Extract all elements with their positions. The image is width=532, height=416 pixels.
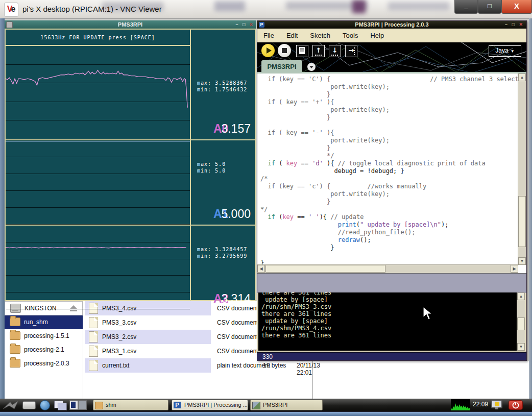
scope-window-controls[interactable]: – □ X [236, 20, 254, 29]
file-icon [89, 331, 98, 342]
titlebar-smudge [352, 0, 366, 13]
vnc-titlebar[interactable]: Ve pi's X desktop (RPICAM:1) - VNC Viewe… [0, 0, 532, 19]
app-menu-icon[interactable] [2, 400, 19, 410]
processing-window-controls[interactable]: – □ ✕ [505, 21, 524, 29]
file-type: CSV document [217, 333, 258, 340]
sidebar-item-label: run_shm [24, 319, 48, 326]
processing-titlebar[interactable]: P PMS3RPI | Processing 2.0.3 – □ ✕ [257, 21, 526, 29]
editor-hscroll-thumb[interactable] [265, 265, 385, 273]
editor-vertical-scrollbar[interactable]: ▲ ▼ [518, 74, 526, 265]
new-sketch-button[interactable] [296, 45, 308, 57]
scroll-down-arrow[interactable]: ▼ [518, 257, 526, 265]
scope-plot-a2 [6, 225, 190, 309]
sidebar-item-run_shm[interactable]: run_shm [5, 315, 83, 329]
maximize-button[interactable]: □ [478, 0, 501, 14]
scope-display: 15633Hz FOR UPDATE press [SPACE] max: 3.… [5, 29, 256, 301]
status-bar: 330 [257, 352, 526, 360]
code-text[interactable]: if (key == 'C') { // PMS3 channel 3 sele… [260, 76, 519, 267]
taskbar-task-2[interactable]: PPMS3RPI | Processing ... [172, 400, 248, 410]
scroll-right-arrow[interactable]: ▶ [511, 265, 518, 273]
desktop-left-edge [0, 18, 5, 411]
folder-icon [10, 317, 20, 326]
taskbar: shmPPMS3RPI | Processing ...PMS3RPI 22:0… [0, 399, 532, 411]
open-icon [315, 55, 322, 56]
taskbar-task-3[interactable]: PMS3RPI [250, 400, 323, 410]
workspace-2[interactable] [78, 400, 87, 410]
run-button[interactable] [261, 44, 275, 57]
channel-max-value: max: 3.3284457 min: 3.2795699 [197, 246, 247, 259]
menu-edit[interactable]: Edit [286, 32, 298, 39]
folder-icon [10, 359, 20, 368]
pde-menubar: FileEditSketchToolsHelp [257, 29, 526, 42]
sidebar-item-label: processing-2.1 [24, 346, 64, 353]
task-label: PMS3RPI [263, 402, 287, 408]
folder-icon [10, 345, 20, 354]
scope-plot-a0 [6, 46, 190, 139]
file-manager-icon[interactable] [22, 401, 36, 409]
padlock-icon [495, 402, 499, 406]
vnc-viewer-window: Ve pi's X desktop (RPICAM:1) - VNC Viewe… [0, 0, 532, 416]
monitor-stand [495, 407, 498, 409]
file-type: CSV document [217, 348, 258, 355]
open-sketch-button[interactable]: ↑ [312, 45, 325, 57]
editor-horizontal-scrollbar[interactable]: ◀ ▶ [257, 264, 518, 273]
channel-current-value: 5.000 [221, 207, 251, 221]
vnc-window-bottom-border [0, 411, 532, 416]
scope-plot-a1 [6, 139, 190, 225]
file-name: PMS3_1.csv [102, 348, 136, 355]
scope-status-text: 15633Hz FOR UPDATE press [SPACE] [6, 30, 190, 46]
web-browser-icon[interactable] [40, 400, 50, 410]
folder-icon [95, 402, 103, 409]
scope-window: PMS3RPI – □ X 15633Hz FOR UPDATE press [… [5, 20, 256, 301]
sidebar-item-label: processing-1.5.1 [24, 332, 69, 339]
workspace-1[interactable] [69, 400, 78, 410]
mouse-cursor [423, 306, 434, 322]
processing-icon: P [174, 402, 181, 408]
clock[interactable]: 22:09 [473, 401, 488, 408]
menu-sketch[interactable]: Sketch [310, 32, 330, 39]
menu-help[interactable]: Help [370, 32, 384, 39]
scroll-left-arrow[interactable]: ◀ [257, 265, 265, 273]
sidebar-item-processing-2.1[interactable]: processing-2.1 [5, 343, 83, 357]
save-sketch-button[interactable]: ↓ [329, 45, 341, 57]
titlebar-smudge [214, 1, 245, 11]
mode-selector-button[interactable]: Java▼ [489, 45, 521, 57]
sidebar-item-processing-1.5.1[interactable]: processing-1.5.1 [5, 329, 83, 343]
close-button[interactable]: X [501, 0, 532, 14]
export-sketch-button[interactable]: → [345, 45, 357, 57]
desktop-right-edge [529, 18, 532, 411]
minimize-button[interactable]: _ [454, 0, 478, 14]
console-text: there are 361 lines update by [space] /r… [261, 292, 525, 339]
menu-file[interactable]: File [263, 32, 274, 39]
save-icon [331, 55, 338, 56]
tab-menu-button[interactable] [307, 63, 316, 71]
sidebar-item-processing-2.0.3[interactable]: processing-2.0.3 [5, 357, 83, 371]
file-name: PMS3_2.csv [102, 333, 136, 340]
vnc-window-title: pi's X desktop (RPICAM:1) - VNC Viewer [22, 0, 162, 18]
power-button[interactable] [509, 400, 523, 410]
file-size: 19 bytes [263, 362, 286, 369]
console-vertical-scrollbar[interactable]: ▲ ▼ [517, 292, 525, 351]
editor-scroll-thumb[interactable] [518, 196, 526, 247]
console-scroll-thumb[interactable] [517, 317, 525, 330]
scroll-up-arrow[interactable]: ▲ [518, 74, 526, 81]
scope-window-title: PMS3RPI [118, 21, 142, 28]
scope-titlebar[interactable]: PMS3RPI – □ X [5, 20, 256, 29]
file-manager-sidebar: KINGSTONrun_shmprocessing-1.5.1processin… [5, 301, 83, 399]
lock-screen-icon[interactable] [491, 400, 502, 408]
taskbar-task-1[interactable]: shm [93, 400, 168, 410]
console-scroll-up-arrow[interactable]: ▲ [517, 292, 525, 300]
titlebar-smudge [388, 2, 449, 10]
folder-icon [10, 331, 20, 340]
stop-button[interactable] [278, 44, 291, 57]
code-editor[interactable]: if (key == 'C') { // PMS3 channel 3 sele… [257, 74, 526, 273]
file-icon [89, 346, 98, 357]
scope-readout-a2: max: 3.3284457 min: 3.2795699A23.314 [191, 225, 255, 309]
channel-current-value: 3.314 [221, 292, 251, 306]
task-label: shm [106, 402, 116, 408]
menu-tools[interactable]: Tools [343, 32, 358, 39]
channel-current-value: 3.157 [221, 122, 251, 136]
screens-icon-back [58, 403, 67, 410]
cpu-usage-graph[interactable] [451, 399, 470, 410]
console-scroll-down-arrow[interactable]: ▼ [517, 343, 525, 351]
